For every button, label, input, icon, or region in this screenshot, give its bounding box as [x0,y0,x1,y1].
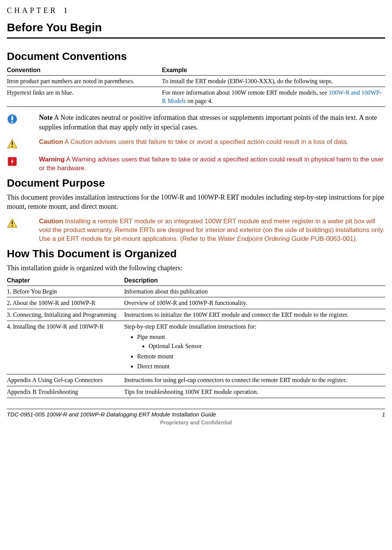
cell-desc: Instructions to initialize the 100W ERT … [124,309,385,321]
footer-sub: Proprietary and Confidential [7,419,385,426]
table-row: Hypertext links are in blue. For more in… [7,87,385,107]
caution-callout-2: Caution Installing a remote ERT module o… [7,217,385,244]
conventions-table: Convention Example Itron product part nu… [7,65,385,107]
cell-chapter: Appendix A Using Gel-cap Connectors [7,374,124,386]
desc-intro: Step-by-step ERT module installation ins… [124,323,383,331]
list-item: Optional Leak Sensor [148,341,383,351]
section-heading-organized: How This Document is Organized [7,247,385,261]
cell-desc: Tips for troubleshooting 100W ERT module… [124,386,385,398]
table-row: 2. About the 100W-R and 100WP-R Overview… [7,297,385,309]
example-pre: For more information about 100W remote E… [162,89,329,96]
th-chapter: Chapter [7,276,124,285]
warning-callout: Warning A Warning advises users that fai… [7,155,385,173]
note-callout: Note A Note indicates neutral or positiv… [7,113,385,132]
purpose-body: This document provides installation inst… [7,193,385,211]
cell-chapter: 4. Installing the 100W-R and 100WP-R [7,321,124,374]
caution-tag: Caution [39,218,63,225]
note-tag: Note [39,114,53,121]
footer-page-number: 1 [382,411,385,418]
cell-desc: Instructions for using gel-cap connector… [124,374,385,386]
note-text: Note A Note indicates neutral or positiv… [39,113,385,132]
chapters-table: Chapter Description 1. Before You Begin … [7,276,385,398]
table-row: Appendix A Using Gel-cap Connectors Inst… [7,374,385,386]
svg-rect-9 [12,221,13,224]
warning-icon [7,155,28,167]
cell-desc: Information about this publication [124,285,385,297]
caution-callout: Caution A Caution advises users that fai… [7,138,385,149]
cell-chapter: 1. Before You Begin [7,285,124,297]
bullet-list: Pipe mount Optional Leak Sensor Remote m… [137,332,383,371]
chapter-word: CHAPTER [7,6,58,15]
table-row: Appendix B Troubleshooting Tips for trou… [7,386,385,398]
list-item: Direct mount [137,361,383,371]
th-convention: Convention [7,65,162,75]
caution-text-2: Caution Installing a remote ERT module o… [39,217,385,244]
table-row: Itron product part numbers are noted in … [7,75,385,87]
caution-text: Caution A Caution advises users that fai… [39,138,385,147]
cell-chapter: 3. Connecting, Initializing and Programm… [7,309,124,321]
organized-intro: This installation guide is organized wit… [7,263,385,273]
sub-bullet-list: Optional Leak Sensor [148,341,383,351]
caution-body: A Caution advises users that failure to … [63,138,348,145]
note-icon [7,113,28,124]
warning-text: Warning A Warning advises users that fai… [39,155,385,173]
caution2-b: PUB-0063-001). [309,235,358,242]
cell-example: For more information about 100W remote E… [162,87,385,107]
caution-icon [7,217,28,229]
cell-convention: Hypertext links are in blue. [7,87,162,107]
cell-desc: Step-by-step ERT module installation ins… [124,321,385,374]
cell-desc: Overview of 100W-R and 100WP-R functiona… [124,297,385,309]
cell-convention: Itron product part numbers are noted in … [7,75,162,87]
cell-chapter: Appendix B Troubleshooting [7,386,124,398]
example-text: To install the ERT module (ERW-1300-XXX)… [162,78,333,84]
th-desc: Description [124,276,385,285]
note-body: A Note indicates neutral or positive inf… [39,114,377,131]
caution-icon [7,138,28,149]
cell-example: To install the ERT module (ERW-1300-XXX)… [162,75,385,87]
caution2-italic: Water Endpoint Ordering Guide [218,235,309,242]
example-post: on page 4. [186,98,213,104]
chapter-number: 1 [63,5,68,15]
warning-body: A Warning advises users that failure to … [39,156,384,172]
list-item: Pipe mount Optional Leak Sensor [137,332,383,352]
svg-point-2 [11,121,13,123]
svg-point-5 [11,146,13,147]
svg-rect-4 [12,142,13,145]
th-example: Example [162,65,385,75]
footer-left: TDC-0951-005 100W-R and 100WP-R Datalogg… [7,411,216,418]
caution-tag: Caution [39,138,63,145]
section-heading-conventions: Document Conventions [7,49,385,64]
page-footer: TDC-0951-005 100W-R and 100WP-R Datalogg… [7,409,385,418]
table-row: 3. Connecting, Initializing and Programm… [7,309,385,321]
section-heading-purpose: Document Purpose [7,176,385,190]
table-row: 4. Installing the 100W-R and 100WP-R Ste… [7,321,385,374]
svg-point-10 [11,225,13,226]
table-row: 1. Before You Begin Information about th… [7,285,385,297]
page-title: Before You Begin [7,20,385,35]
warning-tag: Warning [39,156,65,163]
chapter-label: CHAPTER 1 [7,5,385,16]
title-rule [7,37,385,39]
list-item: Remote mount [137,352,383,361]
cell-chapter: 2. About the 100W-R and 100WP-R [7,297,124,309]
svg-rect-1 [11,116,13,121]
bullet-text: Pipe mount [137,334,165,340]
